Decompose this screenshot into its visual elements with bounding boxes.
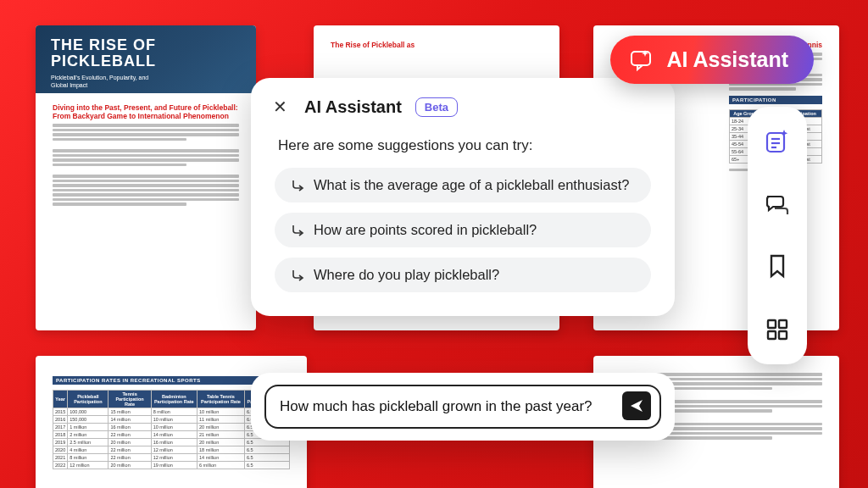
reply-arrow-icon	[290, 268, 305, 283]
doc2-headline: The Rise of Pickleball as	[331, 41, 542, 49]
chat-input[interactable]: How much has pickleball grown in the pas…	[264, 385, 661, 429]
chat-input-card: How much has pickleball grown in the pas…	[251, 373, 675, 441]
suggestion-text: Where do you play pickleball?	[314, 267, 499, 283]
panel-title: AI Assistant	[304, 97, 402, 117]
svg-rect-6	[779, 320, 787, 328]
suggestion-item[interactable]: How are points scored in pickleball?	[275, 213, 651, 247]
ai-assistant-panel: ✕ AI Assistant Beta Here are some sugges…	[251, 78, 675, 316]
doc-hero: THE RISE OF PICKLEBALL Pickleball's Evol…	[36, 25, 256, 93]
tool-rail	[748, 107, 807, 364]
ai-assistant-cta[interactable]: AI Assistant	[610, 36, 814, 84]
sparkle-doc-icon	[763, 127, 792, 156]
rail-apps-button[interactable]	[758, 310, 797, 349]
chat-bubbles-icon	[763, 190, 792, 219]
doc3-section: PARTICIPATION	[729, 96, 822, 104]
svg-rect-8	[779, 331, 787, 339]
send-button[interactable]	[622, 391, 651, 420]
document-page-1: THE RISE OF PICKLEBALL Pickleball's Evol…	[36, 25, 256, 330]
panel-header: ✕ AI Assistant Beta	[270, 95, 656, 119]
suggestion-item[interactable]: What is the average age of a pickleball …	[275, 168, 651, 202]
suggestion-item[interactable]: Where do you play pickleball?	[275, 258, 651, 292]
chat-input-value: How much has pickleball grown in the pas…	[280, 398, 617, 415]
svg-rect-5	[768, 320, 776, 328]
send-icon	[629, 398, 644, 413]
bookmark-icon	[764, 252, 791, 281]
reply-arrow-icon	[290, 178, 305, 193]
suggestion-text: How are points scored in pickleball?	[314, 222, 537, 238]
doc1-headline: Diving into the Past, Present, and Futur…	[53, 103, 239, 120]
suggestions-intro: Here are some suggestions you can try:	[278, 137, 656, 154]
rail-bookmark-button[interactable]	[758, 247, 797, 286]
beta-badge: Beta	[415, 97, 458, 117]
rail-assistant-button[interactable]	[758, 122, 797, 161]
suggestion-text: What is the average age of a pickleball …	[314, 177, 629, 193]
doc-hero-subtitle: Pickleball's Evolution, Popularity, and …	[51, 75, 153, 90]
close-icon[interactable]: ✕	[270, 95, 291, 119]
grid-icon	[765, 317, 790, 342]
cta-label: AI Assistant	[666, 47, 788, 72]
sparkle-chat-icon	[629, 48, 654, 72]
svg-rect-7	[768, 331, 776, 339]
rail-chat-button[interactable]	[758, 185, 797, 224]
reply-arrow-icon	[290, 223, 305, 238]
doc-hero-title: THE RISE OF PICKLEBALL	[51, 37, 241, 69]
